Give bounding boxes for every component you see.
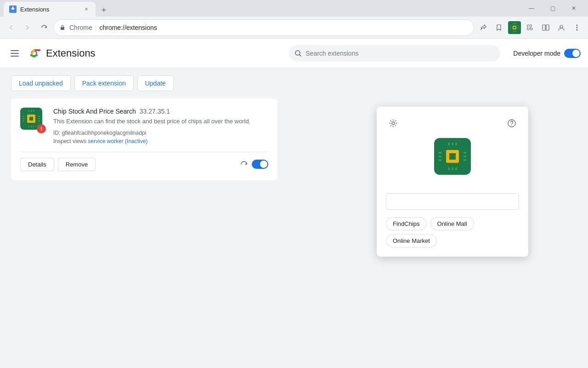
svg-rect-18 [546, 25, 549, 30]
svg-point-22 [577, 29, 578, 30]
more-menu-button[interactable] [570, 20, 584, 35]
page-wrapper: Load unpacked Pack extension Update [0, 68, 588, 368]
action-bar: Load unpacked Pack extension Update [0, 68, 588, 98]
separator: | [95, 24, 97, 31]
person-icon [558, 24, 565, 31]
popup-icon-container [386, 138, 519, 184]
extension-description: This Extension can find the stock and be… [53, 117, 268, 126]
popup-settings-button[interactable] [386, 116, 401, 131]
extension-version: 33.27.35.1 [140, 108, 170, 115]
chip-extension-toolbar-icon[interactable] [507, 20, 522, 35]
svg-point-20 [577, 24, 578, 26]
site-label: Chrome [69, 24, 92, 31]
close-button[interactable]: ✕ [563, 0, 584, 17]
extension-card-header: Chip Stock And Price Search 33.27.35.1 T… [20, 108, 268, 144]
svg-rect-29 [29, 117, 33, 121]
minimize-button[interactable]: — [521, 0, 542, 17]
toolbar: Chrome|chrome://extensions [0, 17, 588, 39]
svg-rect-4 [514, 27, 515, 29]
extension-info: Chip Stock And Price Search 33.27.35.1 T… [53, 108, 268, 144]
extension-error-badge [37, 124, 46, 133]
extension-name: Chip Stock And Price Search [53, 108, 136, 115]
svg-point-21 [577, 27, 578, 28]
pack-extension-button[interactable]: Pack extension [74, 75, 134, 91]
title-bar: Extensions × + — ▢ ✕ [0, 0, 588, 17]
tab-favicon [9, 6, 17, 13]
svg-point-44 [511, 125, 512, 126]
svg-rect-17 [543, 25, 545, 30]
window-controls: — ▢ ✕ [521, 0, 584, 17]
extensions-header: Extensions Developer mode [0, 39, 588, 68]
tab-bar: Extensions × + [4, 0, 521, 17]
tab-title: Extensions [20, 6, 79, 13]
svg-point-19 [560, 25, 563, 28]
reload-button[interactable] [37, 20, 51, 35]
developer-mode-toggle[interactable] [564, 49, 581, 58]
popup-extension-icon [434, 138, 471, 175]
popup-search-input[interactable] [386, 193, 519, 210]
developer-mode-area: Developer mode [513, 49, 581, 58]
extension-icon-container [20, 108, 46, 133]
split-icon [542, 24, 549, 31]
developer-mode-label: Developer mode [513, 50, 560, 57]
share-button[interactable] [476, 20, 491, 35]
address-bar[interactable]: Chrome|chrome://extensions [53, 19, 474, 36]
maximize-button[interactable]: ▢ [542, 0, 563, 17]
details-button[interactable]: Details [20, 158, 54, 171]
page: Extensions Developer mode Load unpacked … [0, 39, 588, 368]
extensions-button[interactable] [523, 20, 537, 35]
three-dots-icon [576, 24, 578, 31]
svg-line-26 [300, 55, 301, 56]
svg-point-42 [392, 122, 395, 125]
puzzle-icon [526, 24, 534, 31]
chip-extension-icon-svg [23, 110, 40, 127]
profile-button[interactable] [554, 20, 569, 35]
online-mall-chip[interactable]: Online Mall [430, 217, 474, 230]
extension-actions: Details Remove [20, 152, 268, 171]
extension-id: ID: gfieahfcacihhponekoglacgmilnadpi [53, 130, 268, 136]
search-box[interactable] [289, 45, 500, 62]
popup-panel: FindChips Online Mall Online Market [377, 107, 528, 257]
inspect-link[interactable]: service worker (Inactive) [88, 138, 147, 144]
extension-card: Chip Stock And Price Search 33.27.35.1 T… [11, 98, 277, 180]
extension-inspect: Inspect views service worker (Inactive) [53, 138, 268, 144]
help-icon [508, 119, 516, 127]
extension-name-row: Chip Stock And Price Search 33.27.35.1 [53, 108, 268, 115]
lock-icon [59, 24, 66, 31]
remove-button[interactable]: Remove [58, 158, 96, 171]
load-unpacked-button[interactable]: Load unpacked [11, 75, 71, 91]
findchips-chip[interactable]: FindChips [386, 217, 427, 230]
browser-frame: Extensions × + — ▢ ✕ Chrome|chrome://ext… [0, 0, 588, 368]
popup-header [386, 116, 519, 131]
settings-icon [389, 119, 397, 127]
back-button[interactable] [4, 20, 18, 35]
chip-svg-icon [510, 23, 519, 32]
extension-toggle[interactable] [252, 160, 268, 169]
search-icon [294, 50, 302, 57]
update-button[interactable]: Update [137, 75, 174, 91]
toolbar-actions [476, 20, 584, 35]
error-icon [39, 126, 44, 132]
extension-reload-area [240, 160, 268, 169]
bookmark-button[interactable] [492, 20, 506, 35]
svg-rect-1 [61, 27, 64, 30]
chrome-logo [28, 47, 40, 60]
new-tab-button[interactable]: + [97, 4, 110, 17]
search-input[interactable] [305, 50, 495, 57]
online-market-chip[interactable]: Online Market [386, 234, 437, 247]
hamburger-menu[interactable] [7, 46, 22, 61]
address-text: Chrome|chrome://extensions [69, 24, 468, 31]
active-tab[interactable]: Extensions × [4, 2, 96, 17]
tab-close-button[interactable]: × [83, 6, 90, 13]
forward-button[interactable] [20, 20, 35, 35]
reload-icon[interactable] [240, 160, 248, 168]
svg-rect-47 [449, 153, 456, 160]
popup-chip-icon [439, 143, 466, 170]
svg-point-43 [508, 120, 515, 127]
split-view-button[interactable] [538, 20, 553, 35]
url-text: chrome://extensions [99, 24, 157, 31]
popup-chips-container: FindChips Online Mall Online Market [386, 217, 519, 247]
chip-ext-icon [508, 21, 521, 34]
page-title: Extensions [46, 47, 96, 59]
popup-help-button[interactable] [504, 116, 519, 131]
